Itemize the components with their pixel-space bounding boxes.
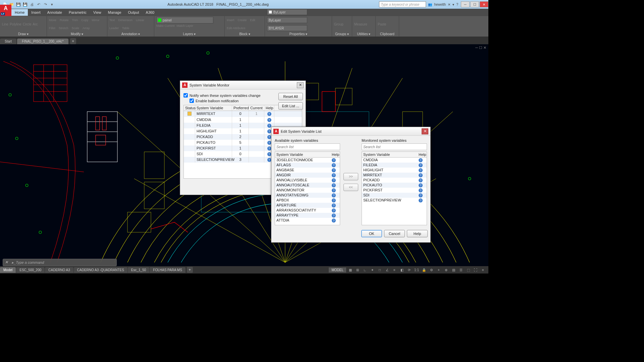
list-item[interactable]: 3DSELECTIONMODE? [275, 158, 340, 163]
list-item[interactable]: ANGBASE? [275, 168, 340, 173]
workspace-icon[interactable]: ⚙ [428, 267, 435, 273]
help-icon[interactable]: ? [332, 188, 336, 192]
annoscale-icon[interactable]: 🔒 [421, 267, 427, 273]
list-item[interactable]: PICKADD? [362, 178, 427, 183]
match-layer-button[interactable]: Match Layer [177, 24, 194, 27]
list-item[interactable]: PICKAUTO? [362, 183, 427, 188]
help-icon[interactable]: ? [332, 214, 336, 218]
help-icon[interactable]: ? [267, 141, 271, 145]
help-icon[interactable]: ? [267, 118, 271, 122]
balloon-checkbox-input[interactable] [190, 99, 194, 103]
command-close-icon[interactable]: ✕ [5, 260, 10, 265]
list-item[interactable]: MIRRTEXT? [362, 173, 427, 178]
anno-dimension[interactable]: Dimension [118, 18, 133, 22]
anno-leader[interactable]: Leader [109, 26, 119, 30]
new-tab-button[interactable]: + [70, 38, 76, 44]
help-icon[interactable]: ? [419, 193, 423, 197]
qat-save-icon[interactable]: 💾 [15, 1, 21, 7]
hardware-icon[interactable]: ⬚ [465, 267, 472, 273]
circle-tool[interactable]: Circle [23, 22, 32, 26]
anno-linear[interactable]: Linear [136, 18, 144, 22]
col-preferred[interactable]: Preferred [232, 105, 249, 111]
list-item[interactable]: ATTDIA? [275, 218, 340, 223]
panel-properties-label[interactable]: Properties ▾ [267, 32, 330, 36]
help-icon[interactable]: ? [332, 198, 336, 202]
help-button[interactable]: Help [407, 230, 428, 237]
list-item[interactable]: ANNOALLVISIBLE? [275, 178, 340, 183]
maximize-button[interactable]: ☐ [470, 1, 479, 7]
cancel-button[interactable]: Cancel [384, 230, 405, 237]
arc-tool[interactable]: Arc [33, 22, 38, 26]
minimize-button[interactable]: ─ [461, 1, 470, 7]
viewport-controls[interactable]: ─ ☐ ✕ [475, 46, 486, 50]
paste-button[interactable]: Paste [378, 17, 397, 32]
command-input[interactable]: Type a command [16, 260, 44, 264]
list-item[interactable]: ARRAYASSOCIATIVITY? [275, 208, 340, 213]
mon-col-help[interactable]: Help [417, 152, 427, 157]
help-icon[interactable]: ? [267, 152, 271, 156]
col-variable[interactable]: System Variable [195, 105, 232, 111]
modify-trim[interactable]: Trim [72, 18, 78, 22]
block-edit[interactable]: Edit [250, 18, 256, 22]
help-icon[interactable]: ? [332, 193, 336, 197]
help-icon[interactable]: ? [332, 208, 336, 213]
isolate-icon[interactable]: ☰ [458, 267, 464, 273]
qat-dropdown-icon[interactable]: ▾ [49, 1, 55, 7]
status-space[interactable]: MODEL [329, 267, 346, 273]
panel-utilities-label[interactable]: Utilities ▾ [354, 32, 373, 36]
help-icon[interactable]: ? [332, 158, 336, 162]
available-listbox[interactable]: System VariableHelp 3DSELECTIONMODE?AFLA… [275, 152, 340, 225]
units-icon[interactable]: ⊕ [443, 267, 449, 273]
lineweight-icon[interactable]: ≡ [391, 267, 398, 273]
filetab-start[interactable]: Start [0, 39, 16, 44]
layouttab-folhas-para-ms[interactable]: FOLHAS PARA MS [150, 267, 185, 273]
help-icon[interactable]: ? [419, 198, 423, 202]
close-button[interactable]: ✕ [480, 1, 488, 7]
modify-stretch[interactable]: Stretch [59, 26, 68, 30]
list-item[interactable]: ANNOAUTOSCALE? [275, 183, 340, 188]
list-item[interactable]: SDI? [362, 193, 427, 198]
list-item[interactable]: HIGHLIGHT? [362, 168, 427, 173]
modify-mirror[interactable]: Mirror [92, 18, 100, 22]
help-icon[interactable]: ? [267, 146, 271, 150]
filetab-current[interactable]: FINAL_PISO_1__200_vt4c* [17, 39, 68, 44]
make-current-button[interactable]: Make Current [156, 24, 175, 27]
app-menu-button[interactable]: ALT [0, 5, 11, 16]
monitored-listbox[interactable]: System VariableHelp CMDDIA?FILEDIA?HIGHL… [362, 152, 427, 225]
panel-annotation-label[interactable]: Annotation ▾ [109, 32, 152, 36]
help-icon[interactable]: ? [419, 163, 423, 167]
avail-col-help[interactable]: Help [330, 152, 340, 157]
block-insert[interactable]: Insert [227, 18, 234, 22]
help-icon[interactable]: ? [419, 158, 423, 162]
user-name[interactable]: hewetth [434, 3, 446, 6]
list-item[interactable]: APBOX? [275, 198, 340, 203]
panel-groups-label[interactable]: Groups ▾ [334, 32, 350, 36]
help-icon[interactable]: ? [332, 219, 336, 223]
otrack-icon[interactable]: ∠ [384, 267, 390, 273]
monitored-search-input[interactable] [362, 143, 427, 150]
edit-list-button[interactable]: Edit List ... [278, 102, 303, 110]
col-current[interactable]: Current [249, 105, 264, 111]
list-item[interactable]: AFLAGS? [275, 163, 340, 168]
list-item[interactable]: APERTURE? [275, 203, 340, 208]
menu-manage[interactable]: Manage [105, 9, 125, 16]
layouttab-esc-500-200[interactable]: ESC_500_200 [16, 267, 45, 273]
grid-icon[interactable]: ▦ [347, 267, 354, 273]
help-icon[interactable]: ? [267, 158, 271, 162]
annoscale-text[interactable]: 1:1 [413, 267, 420, 273]
help-icon[interactable]: ? [332, 203, 336, 207]
available-search-input[interactable] [275, 143, 340, 150]
qat-saveas-icon[interactable]: 💾 [22, 1, 28, 7]
line-tool[interactable]: Line [2, 22, 8, 26]
list-item[interactable]: ANNOMONITOR? [275, 188, 340, 193]
modify-rotate[interactable]: Rotate [60, 18, 69, 22]
dialog-close-button[interactable]: ✕ [297, 82, 304, 88]
modify-scale[interactable]: Scale [72, 26, 79, 30]
measure-button[interactable]: Measure [354, 17, 373, 32]
col-status[interactable]: Status [184, 105, 195, 111]
qat-redo-icon[interactable]: ↷ [42, 1, 48, 7]
help-icon[interactable]: ? [332, 183, 336, 187]
anno-table[interactable]: Table [122, 26, 129, 30]
help-icon[interactable]: ? [332, 163, 336, 167]
notify-checkbox-input[interactable] [183, 93, 188, 98]
